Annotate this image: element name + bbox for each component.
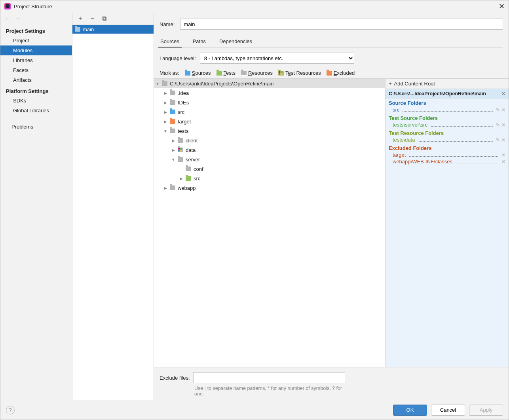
tree-label: IDEs	[178, 100, 189, 106]
language-level-bar: Language level: 8 - Lambdas, type annota…	[154, 48, 509, 68]
toggle-icon[interactable]: ▶	[179, 176, 183, 181]
folder-icon	[170, 129, 175, 133]
mark-test-resources[interactable]: Test Resources	[278, 70, 321, 76]
name-input[interactable]	[180, 19, 503, 30]
sidebar-item-libraries[interactable]: Libraries	[0, 55, 72, 65]
module-label: main	[83, 26, 94, 32]
toggle-icon[interactable]: ▶	[171, 138, 175, 143]
remove-icon[interactable]: ✕	[501, 137, 505, 143]
tree-row[interactable]: ▶.idea	[154, 88, 385, 98]
content-root-path[interactable]: C:\Users\...IdeaProjects\OpenRefine\main…	[386, 89, 509, 98]
mark-excluded[interactable]: Excluded	[327, 70, 355, 76]
mark-tests[interactable]: Tests	[217, 70, 236, 76]
remove-icon[interactable]: ✕	[501, 107, 505, 113]
folder-icon	[186, 176, 191, 181]
tree-row[interactable]: ▶src	[154, 174, 385, 183]
remove-icon[interactable]: ✕	[501, 159, 505, 165]
sidebar-item-project[interactable]: Project	[0, 36, 72, 45]
content-root-panel: + Add Content Root C:\Users\...IdeaProje…	[385, 79, 509, 367]
sidebar-item-modules[interactable]: Modules	[0, 45, 72, 55]
toggle-icon[interactable]: ▶	[171, 148, 175, 152]
dialog-body: ← → Project Settings Project Modules Lib…	[0, 12, 509, 400]
tree-row[interactable]: ▼tests	[154, 126, 385, 136]
section-project-settings: Project Settings	[0, 25, 72, 36]
cancel-button[interactable]: Cancel	[431, 405, 465, 416]
sidebar-item-global-libraries[interactable]: Global Libraries	[0, 106, 72, 115]
exclude-input[interactable]	[193, 372, 345, 383]
sidebar-item-problems[interactable]: Problems	[0, 122, 72, 132]
main-panel: Name: Sources Paths Dependencies Languag…	[154, 12, 509, 400]
toggle-icon[interactable]: ▼	[171, 157, 175, 162]
folder-icon	[170, 119, 175, 124]
remove-icon[interactable]: ✕	[501, 122, 505, 128]
tab-paths[interactable]: Paths	[192, 36, 207, 47]
tree-row[interactable]: ▼server	[154, 155, 385, 164]
root-section: Test Resource Folders	[386, 129, 509, 137]
remove-icon[interactable]: ✕	[501, 152, 505, 158]
module-folder-icon	[75, 27, 80, 32]
tab-dependencies[interactable]: Dependencies	[218, 36, 253, 47]
root-folder-line[interactable]: src✎✕	[386, 107, 509, 114]
tree-row[interactable]: ▶data	[154, 145, 385, 155]
sidebar-item-artifacts[interactable]: Artifacts	[0, 75, 72, 85]
tree-row[interactable]: ▶IDEs	[154, 98, 385, 107]
mark-as-label: Mark as:	[160, 70, 179, 76]
mark-as-bar: Mark as: Sources Tests Resources Test Re…	[154, 68, 509, 78]
remove-icon[interactable]: −	[89, 15, 95, 22]
module-list: ＋ − ⧉ main	[72, 12, 154, 400]
forward-icon[interactable]: →	[15, 15, 21, 22]
folder-icon	[170, 100, 175, 105]
edit-icon[interactable]: ✎	[496, 137, 500, 143]
tree-label: src	[178, 109, 184, 115]
tree-row[interactable]: ▶src	[154, 107, 385, 117]
module-item-main[interactable]: main	[72, 25, 154, 34]
exclude-label: Exclude files:	[160, 375, 190, 381]
root-section: Test Source Folders	[386, 114, 509, 122]
name-label: Name:	[160, 21, 175, 27]
folder-icon	[178, 138, 183, 143]
tab-sources[interactable]: Sources	[160, 36, 180, 47]
root-folder-path: webapp\WEB-INF\classes	[393, 159, 452, 165]
add-content-root[interactable]: + Add Content Root	[386, 79, 509, 89]
root-folder-line[interactable]: tests\server\src✎✕	[386, 122, 509, 129]
toggle-icon[interactable]: ▶	[163, 100, 167, 105]
remove-content-root-icon[interactable]: ✕	[501, 91, 505, 96]
sidebar-item-sdks[interactable]: SDKs	[0, 96, 72, 106]
toggle-icon[interactable]: ▼	[163, 129, 167, 133]
root-folder-path: tests\server\src	[393, 122, 427, 128]
tree-root-row[interactable]: ▼ C:\Users\ankit\IdeaProjects\OpenRefine…	[154, 79, 385, 88]
module-list-items: main	[72, 25, 154, 400]
exclude-bar: Exclude files: Use ; to separate name pa…	[154, 367, 509, 400]
tree-row[interactable]: ▶client	[154, 136, 385, 145]
folder-icon	[170, 110, 175, 114]
folder-icon	[178, 148, 183, 152]
name-bar: Name:	[154, 12, 509, 30]
language-level-select[interactable]: 8 - Lambdas, type annotations etc.	[200, 53, 354, 64]
sidebar-item-facets[interactable]: Facets	[0, 65, 72, 75]
root-folder-path: tests\data	[393, 137, 415, 143]
sidebar: ← → Project Settings Project Modules Lib…	[0, 12, 72, 400]
ok-button[interactable]: OK	[393, 405, 427, 416]
add-icon[interactable]: ＋	[77, 15, 84, 22]
toggle-icon[interactable]: ▶	[163, 91, 167, 95]
mark-sources[interactable]: Sources	[185, 70, 211, 76]
toggle-icon[interactable]: ▶	[163, 110, 167, 114]
tree-row[interactable]: conf	[154, 164, 385, 174]
mark-resources[interactable]: Resources	[241, 70, 273, 76]
edit-icon[interactable]: ✎	[496, 122, 500, 128]
toggle-open-icon[interactable]: ▼	[156, 81, 160, 86]
tree-row[interactable]: ▶target	[154, 117, 385, 126]
close-icon[interactable]: ✕	[499, 3, 505, 10]
copy-icon[interactable]: ⧉	[101, 15, 107, 22]
back-icon[interactable]: ←	[4, 15, 11, 22]
edit-icon[interactable]: ✎	[496, 107, 500, 113]
root-folder-line[interactable]: webapp\WEB-INF\classes✕	[386, 159, 509, 165]
apply-button[interactable]: Apply	[469, 405, 503, 416]
folder-icon	[186, 166, 191, 171]
root-folder-line[interactable]: tests\data✎✕	[386, 137, 509, 144]
toggle-icon[interactable]: ▶	[163, 186, 167, 190]
help-icon[interactable]: ?	[6, 406, 15, 414]
toggle-icon[interactable]: ▶	[163, 119, 167, 124]
tree-row[interactable]: ▶webapp	[154, 183, 385, 193]
root-folder-line[interactable]: target✕	[386, 152, 509, 159]
